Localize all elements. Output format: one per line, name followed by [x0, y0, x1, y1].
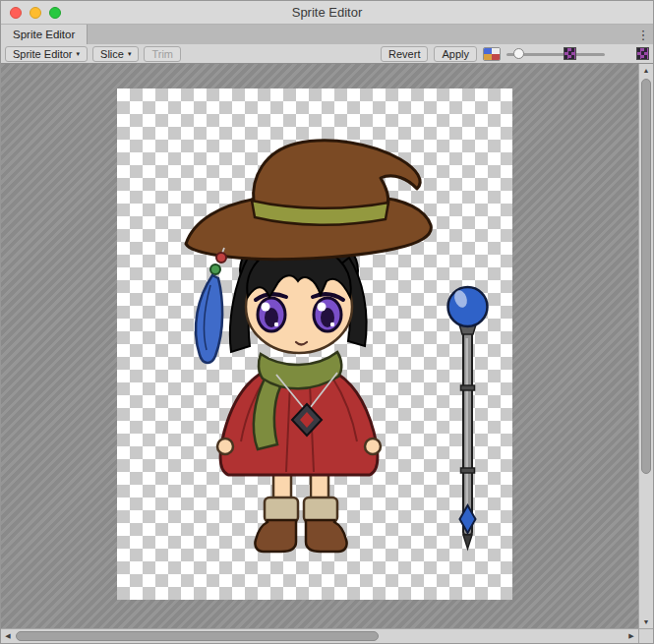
trim-button-label: Trim [151, 48, 173, 60]
feather-charm [196, 248, 226, 363]
vertical-scroll-thumb[interactable] [641, 79, 651, 474]
traffic-lights [1, 7, 61, 19]
revert-button-label: Revert [388, 48, 420, 60]
minimize-button[interactable] [30, 7, 41, 19]
zoom-slider-knob[interactable] [513, 48, 524, 59]
texture-icon [636, 47, 649, 60]
staff [448, 287, 488, 549]
witch-character [186, 141, 431, 552]
witch-sprite-image [117, 88, 512, 600]
rgb-quadrant [492, 54, 500, 60]
revert-button[interactable]: Revert [381, 46, 428, 62]
sprite-editor-window: Sprite Editor Sprite Editor ⋮ Sprite Edi… [0, 0, 654, 644]
rgb-quadrant [484, 54, 492, 60]
slice-dropdown[interactable]: Slice ▾ [92, 46, 139, 62]
sprite-editor-mode-dropdown[interactable]: Sprite Editor ▾ [5, 46, 88, 62]
toolbar-right-group: Revert Apply [381, 46, 649, 62]
editor-main: ▲ ▼ [1, 64, 653, 628]
tab-label: Sprite Editor [13, 29, 75, 40]
head [186, 141, 431, 363]
scroll-down-icon[interactable]: ▼ [639, 615, 653, 628]
apply-button[interactable]: Apply [434, 46, 477, 62]
window-title: Sprite Editor [1, 5, 653, 20]
zoom-slider[interactable] [506, 46, 605, 62]
slice-dropdown-label: Slice [100, 48, 124, 60]
scrollbar-corner [638, 628, 653, 643]
close-button[interactable] [10, 7, 22, 19]
bottom-bar: ◀ ▶ [1, 628, 653, 643]
sprite-canvas[interactable] [1, 64, 638, 628]
right-hand [365, 439, 381, 454]
texture-checker-area [117, 88, 512, 600]
trim-button: Trim [144, 46, 181, 62]
mode-dropdown-label: Sprite Editor [13, 48, 73, 60]
left-hand [217, 439, 233, 454]
legs-and-boots [255, 470, 346, 552]
toolbar: Sprite Editor ▾ Slice ▾ Trim Revert Appl… [1, 44, 653, 64]
maximize-button[interactable] [49, 7, 61, 19]
color-channel-icon[interactable] [483, 47, 501, 61]
scroll-left-icon[interactable]: ◀ [1, 629, 15, 643]
overflow-menu-icon[interactable]: ⋮ [633, 25, 653, 44]
horizontal-scrollbar[interactable]: ◀ ▶ [1, 628, 638, 643]
witch-hat [186, 141, 431, 260]
chevron-down-icon: ▾ [128, 50, 132, 58]
horizontal-scroll-thumb[interactable] [16, 631, 379, 641]
apply-button-label: Apply [442, 48, 469, 60]
tab-sprite-editor[interactable]: Sprite Editor [1, 25, 88, 44]
mip-level-icon[interactable] [564, 47, 576, 60]
titlebar[interactable]: Sprite Editor [1, 1, 653, 25]
vertical-scrollbar[interactable]: ▲ ▼ [638, 64, 653, 628]
tabbar-spacer [88, 25, 633, 44]
chevron-down-icon: ▾ [77, 50, 81, 58]
scroll-up-icon[interactable]: ▲ [639, 64, 653, 77]
scroll-right-icon[interactable]: ▶ [624, 629, 638, 643]
tab-bar: Sprite Editor ⋮ [1, 25, 653, 44]
